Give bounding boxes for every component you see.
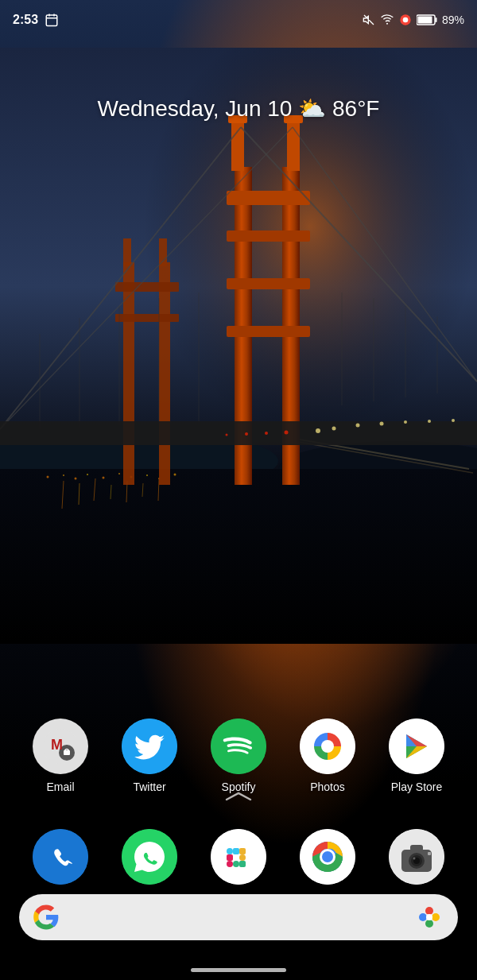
whatsapp-icon — [122, 829, 177, 885]
svg-point-84 — [33, 829, 88, 885]
svg-point-64 — [226, 434, 228, 436]
camera-icon — [389, 829, 444, 885]
svg-rect-35 — [159, 262, 170, 485]
svg-point-71 — [403, 17, 409, 23]
svg-point-69 — [386, 23, 388, 25]
twitter-icon — [122, 719, 177, 774]
playstore-icon-bg — [389, 719, 444, 774]
recording-icon — [399, 14, 412, 26]
spotify-label: Spotify — [222, 781, 256, 793]
svg-rect-4 — [0, 469, 477, 644]
svg-point-99 — [322, 851, 333, 862]
phone-icon — [33, 829, 88, 885]
wifi-icon — [380, 14, 394, 26]
svg-rect-73 — [435, 17, 436, 22]
svg-rect-94 — [227, 854, 233, 861]
spotify-icon — [211, 719, 266, 774]
svg-rect-90 — [239, 854, 246, 861]
photos-label: Photos — [310, 781, 345, 793]
svg-point-63 — [245, 432, 248, 436]
app-item-photos[interactable]: Photos — [292, 719, 363, 793]
weather-temp: 86°F — [332, 96, 379, 121]
camera-icon-bg — [389, 829, 444, 885]
playstore-icon — [389, 719, 444, 774]
weather-icon: ⛅ — [298, 96, 326, 121]
svg-rect-91 — [239, 861, 246, 867]
twitter-icon-bg — [122, 719, 177, 774]
chrome-icon-bg — [300, 829, 355, 885]
app-item-playstore[interactable]: Play Store — [381, 719, 452, 793]
svg-point-54 — [316, 428, 320, 433]
weather-widget: Wednesday, Jun 10 ⛅ 86°F — [0, 95, 477, 122]
dock-item-chrome[interactable] — [292, 829, 363, 885]
svg-rect-53 — [0, 421, 477, 445]
svg-point-109 — [425, 907, 433, 915]
svg-rect-106 — [410, 845, 423, 851]
email-icon-bg: M — [33, 719, 88, 774]
svg-point-61 — [285, 431, 289, 435]
app-item-spotify[interactable]: Spotify — [203, 719, 274, 793]
svg-point-105 — [413, 858, 416, 860]
svg-rect-36 — [115, 282, 179, 292]
svg-rect-87 — [227, 848, 233, 854]
svg-point-15 — [63, 475, 64, 476]
svg-point-112 — [426, 914, 432, 920]
svg-point-17 — [87, 474, 88, 475]
photos-icon-bg — [300, 719, 355, 774]
svg-rect-92 — [233, 861, 239, 867]
whatsapp-icon-bg — [122, 829, 177, 885]
calendar-icon — [45, 13, 59, 27]
svg-point-110 — [432, 913, 440, 921]
google-search-bar[interactable] — [19, 894, 458, 940]
svg-rect-89 — [239, 848, 246, 854]
dock-item-slack[interactable] — [203, 829, 274, 885]
nav-bar-indicator — [191, 968, 286, 972]
chrome-icon — [300, 829, 355, 885]
svg-rect-29 — [227, 326, 310, 337]
photos-icon — [300, 719, 355, 774]
svg-rect-39 — [159, 238, 167, 266]
battery-icon — [417, 14, 437, 25]
status-right: 89% — [363, 14, 464, 26]
status-left: 2:53 — [13, 13, 59, 27]
app-item-twitter[interactable]: Twitter — [114, 719, 185, 793]
svg-rect-26 — [227, 191, 310, 205]
twitter-label: Twitter — [133, 781, 165, 793]
svg-rect-93 — [227, 861, 233, 867]
phone-icon-bg — [33, 829, 88, 885]
mute-icon — [363, 14, 375, 26]
battery-percent: 89% — [442, 14, 464, 26]
app-item-email[interactable]: M Email — [25, 719, 96, 793]
dock-item-whatsapp[interactable] — [114, 829, 185, 885]
svg-point-108 — [419, 913, 427, 921]
spotify-icon-bg — [211, 719, 266, 774]
svg-point-57 — [380, 422, 384, 426]
svg-point-111 — [425, 920, 433, 928]
svg-point-23 — [174, 474, 176, 476]
svg-point-86 — [211, 829, 266, 885]
svg-point-18 — [103, 477, 105, 479]
svg-point-59 — [428, 420, 431, 423]
playstore-label: Play Store — [391, 781, 443, 793]
status-time: 2:53 — [13, 13, 38, 27]
svg-rect-37 — [115, 314, 179, 322]
svg-text:M: M — [51, 737, 63, 753]
dock-item-camera[interactable] — [381, 829, 452, 885]
email-label: Email — [46, 781, 74, 793]
svg-point-62 — [265, 432, 268, 435]
svg-rect-65 — [46, 15, 57, 26]
svg-rect-30 — [231, 119, 244, 171]
weather-date: Wednesday, Jun 10 ⛅ 86°F — [0, 95, 477, 122]
svg-rect-107 — [428, 852, 431, 855]
svg-point-19 — [118, 473, 120, 475]
app-grid: M Email Twitter — [0, 719, 477, 793]
status-bar: 2:53 89% — [0, 0, 477, 40]
google-logo — [33, 904, 59, 930]
svg-point-82 — [321, 740, 334, 753]
svg-point-58 — [404, 420, 407, 424]
svg-rect-74 — [417, 17, 432, 24]
svg-point-60 — [452, 419, 455, 422]
google-assistant-icon[interactable] — [415, 903, 444, 932]
svg-point-80 — [211, 719, 266, 774]
dock-item-phone[interactable] — [25, 829, 96, 885]
